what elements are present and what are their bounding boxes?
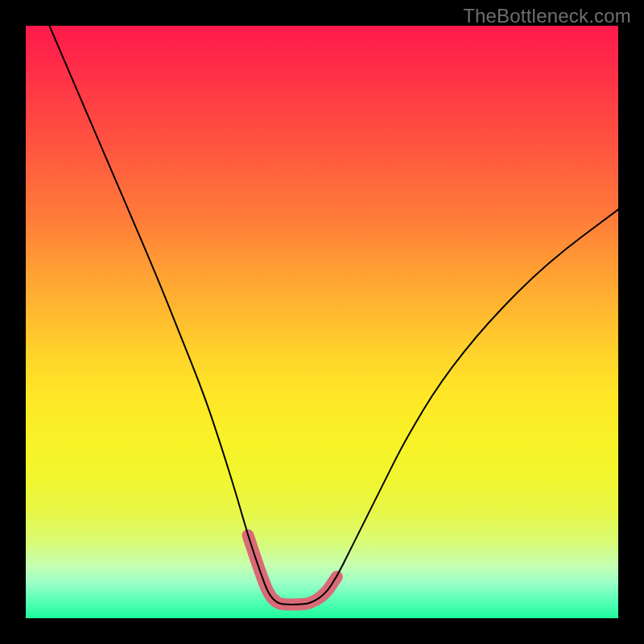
chart-stage: TheBottleneck.com [0,0,644,644]
bottleneck-curve [49,26,618,605]
watermark-text: TheBottleneck.com [463,5,631,27]
plot-area [26,26,618,618]
curve-layer [26,26,618,618]
